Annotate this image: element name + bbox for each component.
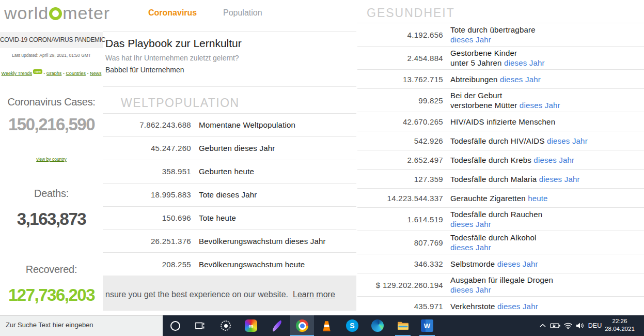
adobe-cc-icon: ∞ — [245, 319, 257, 332]
stat-label: Verkehrstote dieses Jahr — [450, 301, 538, 311]
stat-value: $ 129.202.260.194 — [357, 281, 443, 289]
stat-period-link[interactable]: dieses Jahr — [547, 136, 588, 145]
stat-label: Geburten heute — [199, 166, 254, 176]
file-explorer-icon — [397, 319, 410, 332]
cookie-learn-more-link[interactable]: Learn more — [293, 290, 335, 299]
stat-label: Todesfälle durch Krebs dieses Jahr — [450, 155, 574, 165]
stat-label: Geburten dieses Jahr — [199, 143, 275, 153]
dial-taskbar-button[interactable] — [215, 315, 236, 336]
stat-row: 807.769Todesfälle durch Alkoholdieses Ja… — [357, 231, 644, 254]
recovered-label: Recovered: — [0, 264, 103, 276]
stat-value: 4.192.656 — [357, 30, 443, 39]
stat-period-link[interactable]: dieses Jahr — [539, 175, 580, 184]
stat-period-link[interactable]: heute — [528, 194, 548, 203]
tray-battery-button[interactable] — [548, 315, 562, 336]
word-taskbar-button[interactable]: W — [417, 315, 437, 336]
edge-icon — [371, 319, 384, 332]
stat-period-link[interactable]: dieses Jahr — [450, 285, 491, 294]
nav-tab-coronavirus[interactable]: Coronavirus — [148, 8, 197, 18]
stat-value: 208.255 — [103, 260, 191, 269]
sidebar-link-news[interactable]: News — [90, 71, 102, 76]
stat-period-link[interactable]: dieses Jahr — [504, 58, 545, 67]
health-section-header: GESUNDHEIT — [367, 6, 455, 20]
stat-label: HIV/AIDS infizierte Menschen — [450, 117, 555, 127]
stat-period-link[interactable]: dieses Jahr — [450, 35, 491, 44]
cortana-taskbar-button[interactable] — [165, 315, 185, 336]
skype-icon: S — [346, 319, 358, 332]
speaker-icon — [575, 322, 585, 329]
vlc-icon — [320, 319, 333, 332]
file-explorer-taskbar-button[interactable] — [392, 315, 413, 336]
stat-label: Bevölkerungswachstum dieses Jahr — [199, 236, 326, 246]
nav-tab-population[interactable]: Population — [223, 8, 262, 18]
screen: worldmeter Coronavirus Population Das Pl… — [0, 0, 644, 336]
chrome-taskbar-button[interactable] — [290, 315, 314, 336]
stat-label: Todesfälle durch Malaria dieses Jahr — [450, 174, 580, 184]
stat-row: 26.251.376Bevölkerungswachstum dieses Ja… — [103, 229, 356, 252]
last-updated-text: Last updated: April 29, 2021, 01:50 GMT — [0, 53, 103, 58]
edge-taskbar-button[interactable] — [367, 315, 388, 336]
chevron-up-icon — [539, 323, 546, 328]
health-table: 4.192.656Tote durch übertragbaredieses J… — [357, 23, 644, 315]
tray-language-button[interactable]: DEU — [587, 315, 603, 336]
stat-value: 2.454.884 — [357, 54, 443, 63]
taskbar-search-box[interactable]: Zur Suche Text hier eingeben — [0, 315, 163, 336]
tray-volume-button[interactable] — [573, 315, 587, 336]
view-by-country-link[interactable]: view by country — [0, 157, 103, 162]
chrome-icon — [296, 319, 308, 332]
tray-wifi-button[interactable] — [562, 315, 574, 336]
stat-row: 14.223.544.337Gerauchte Zigaretten heute — [357, 188, 644, 207]
stat-row: 42.670.265HIV/AIDS infizierte Menschen — [357, 112, 644, 131]
stat-label: Tote heute — [199, 213, 236, 223]
stat-label: Abtreibungen dieses Jahr — [450, 74, 541, 84]
stat-period-link[interactable]: dieses Jahr — [450, 243, 491, 252]
tray-expand-button[interactable] — [536, 315, 549, 336]
stat-period-link[interactable]: dieses Jahr — [450, 220, 491, 228]
stat-label: Todesfälle durch Alkoholdieses Jahr — [450, 233, 537, 252]
new-badge: new — [33, 69, 42, 74]
sidebar-link-weekly-trends[interactable]: Weekly Trends — [2, 71, 32, 76]
feather-icon — [270, 320, 283, 331]
stat-row: 435.971Verkehrstote dieses Jahr — [357, 296, 644, 315]
stat-value: 127.359 — [357, 175, 443, 184]
stat-value: 2.652.497 — [357, 156, 443, 164]
clock-time: 22:26 — [603, 317, 636, 325]
recovered-value: 127,736,203 — [0, 285, 103, 305]
population-section-header: WELTPOPULATION — [121, 96, 240, 110]
stat-label: Gestorbene Kinderunter 5 Jahren dieses J… — [450, 48, 545, 68]
stat-period-link[interactable]: dieses Jahr — [520, 101, 560, 110]
stat-row: 150.696Tote heute — [103, 206, 356, 230]
stat-period-link[interactable]: dieses Jahr — [533, 156, 574, 164]
logo-text-pre: world — [4, 3, 49, 23]
stat-label: Momentane Weltpopulation — [199, 120, 295, 130]
stat-value: 542.926 — [357, 136, 443, 145]
stat-value: 1.614.519 — [357, 215, 443, 224]
stat-value: 45.247.260 — [103, 144, 191, 152]
feather-taskbar-button[interactable] — [266, 315, 287, 336]
stat-period-link[interactable]: dieses Jahr — [497, 302, 538, 311]
stat-value: 42.670.265 — [357, 117, 443, 126]
stat-row: 2.652.497Todesfälle durch Krebs dieses J… — [357, 150, 644, 169]
sidebar-link-countries[interactable]: Countries — [66, 71, 86, 76]
stat-value: 99.825 — [357, 96, 443, 105]
stat-period-link[interactable]: dieses Jahr — [497, 259, 538, 268]
ad-advertiser: Babbel für Unternehmen — [105, 66, 184, 74]
stat-row: 208.255Bevölkerungswachstum heute — [103, 252, 356, 276]
ad-top-divider — [103, 31, 356, 32]
stat-row: 7.862.243.688Momentane Weltpopulation — [103, 113, 356, 136]
vlc-taskbar-button[interactable] — [316, 315, 337, 336]
adobe-cc-taskbar-button[interactable]: ∞ — [241, 315, 261, 336]
stat-period-link[interactable]: dieses Jahr — [500, 75, 541, 84]
stat-row: 346.332Selbstmorde dieses Jahr — [357, 254, 644, 273]
sidebar-links: Weekly Trendsnew - Graphs - Countries - … — [0, 70, 103, 76]
skype-taskbar-button[interactable]: S — [342, 315, 363, 336]
task-view-taskbar-button[interactable] — [190, 315, 210, 336]
wifi-icon — [563, 322, 573, 329]
sidebar-title: COVID-19 CORONAVIRUS PANDEMIC — [0, 32, 103, 48]
stat-value: 346.332 — [357, 259, 443, 268]
ad-title[interactable]: Das Playbook zur Lernkultur — [105, 37, 242, 50]
tray-clock[interactable]: 22:26 28.04.2021 — [603, 315, 636, 336]
sidebar-link-graphs[interactable]: Graphs — [46, 71, 62, 76]
site-logo[interactable]: worldmeter — [4, 3, 110, 23]
stat-label: Bei der Geburtverstorbene Mütter dieses … — [450, 90, 560, 110]
